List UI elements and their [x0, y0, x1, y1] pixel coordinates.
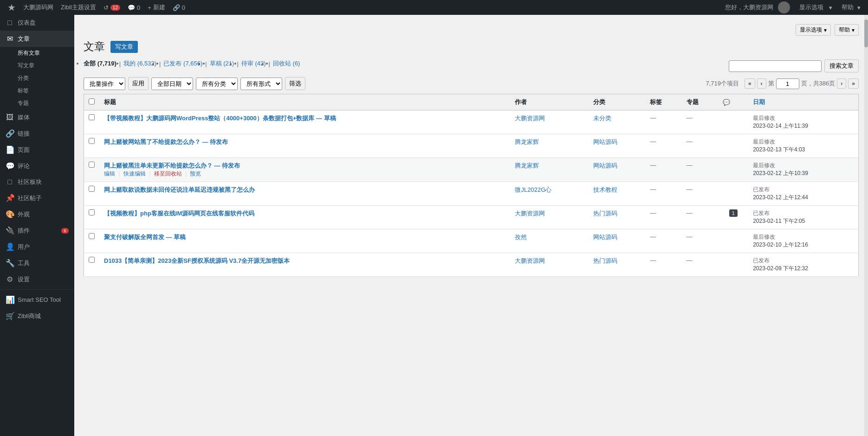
author-link[interactable]: 大鹏资源网 [515, 115, 545, 122]
post-title-link[interactable]: 【视频教程】php客服在线IM源码网页在线客服软件代码 [104, 210, 254, 217]
preview-link[interactable]: 预览 [190, 170, 201, 177]
col-tags-header[interactable]: 标签 [645, 94, 681, 111]
display-options-button[interactable]: 显示选项 ▾ [796, 24, 831, 36]
page-next-button[interactable]: › [837, 78, 846, 89]
sidebar-item-media[interactable]: 🖼 媒体 [0, 110, 74, 125]
category-link[interactable]: 网站源码 [593, 162, 617, 169]
category-link[interactable]: 网站源码 [593, 138, 617, 145]
apply-button[interactable]: 应用 [128, 77, 149, 90]
post-title-link[interactable]: 网上赌被黑注单未更新不给提款怎么办？ — 待发布 [104, 162, 240, 169]
sidebar-item-seo-tool[interactable]: 📊 Smart SEO Tool [0, 292, 74, 308]
updates-link[interactable]: ↺ 12 [100, 0, 124, 15]
help-btn[interactable]: 帮助 [842, 3, 854, 12]
date-value: 2023-02-10 上午12:16 [753, 241, 808, 248]
wp-logo-icon[interactable]: ★ [4, 2, 19, 13]
write-post-button[interactable]: 写文章 [110, 41, 138, 53]
col-topics-header[interactable]: 专题 [682, 94, 718, 111]
tab-published[interactable]: 已发布 (7,656) [163, 59, 202, 68]
date-filter-select[interactable]: 全部日期 [151, 78, 193, 90]
author-link[interactable]: 大鹏资源网 [515, 210, 545, 217]
category-link[interactable]: 未分类 [593, 115, 611, 122]
search-button[interactable]: 搜索文章 [824, 59, 859, 72]
comment-count[interactable]: 1 [729, 209, 738, 217]
page-prev-button[interactable]: ‹ [757, 78, 766, 89]
row-checkbox[interactable] [89, 257, 95, 263]
category-link[interactable]: 网站源码 [593, 234, 617, 241]
post-title-link[interactable]: D1033【简单亲测】2023全新SF授权系统源码 V3.7全开源无加密版本 [104, 257, 290, 264]
page-input[interactable] [776, 78, 799, 89]
row-checkbox[interactable] [89, 114, 95, 120]
format-filter-select[interactable]: 所有形式 [240, 78, 282, 90]
sidebar-item-appearance[interactable]: 🎨 外观 [0, 206, 74, 222]
sidebar-item-links[interactable]: 🔗 链接 [0, 125, 74, 142]
new-content-link[interactable]: + 新建 [144, 0, 169, 15]
row-checkbox-cell [84, 182, 100, 206]
category-filter-select[interactable]: 所有分类 [196, 78, 238, 90]
row-checkbox[interactable] [89, 162, 95, 168]
sidebar-item-posts[interactable]: ✉ 文章 [0, 31, 74, 47]
col-comments-header[interactable]: 💬 [718, 94, 748, 111]
sidebar-item-pages[interactable]: 📄 页面 [0, 142, 74, 158]
sidebar-item-tools[interactable]: 🔧 工具 [0, 255, 74, 271]
sidebar-subitem-all-posts[interactable]: 所有文章 [0, 47, 74, 59]
bulk-action-select[interactable]: 批量操作 [84, 78, 125, 90]
scrollbar-thumb[interactable] [864, 20, 868, 47]
row-checkbox[interactable] [89, 233, 95, 239]
col-date-header[interactable]: 日期 [748, 94, 858, 111]
table-header-row: 标题 作者 分类 标签 专题 💬 日期 [84, 94, 859, 111]
scrollbar-track[interactable] [864, 15, 868, 436]
author-link[interactable]: 孜然 [515, 234, 527, 241]
sidebar-label-links: 链接 [18, 130, 69, 138]
posts-list: 【带视频教程】大鹏源码网WordPress整站（4000+3000）条数据打包+… [84, 111, 859, 277]
comments-link[interactable]: 💬 0 [124, 0, 144, 15]
author-link[interactable]: 微JL2022G心 [515, 186, 551, 193]
quick-edit-link[interactable]: 快速编辑 [123, 170, 146, 177]
select-all-checkbox[interactable] [89, 98, 95, 104]
edit-link[interactable]: 编辑 [104, 170, 115, 177]
post-title-link[interactable]: 聚支付破解版全网首发 — 草稿 [104, 234, 186, 241]
sidebar-item-settings[interactable]: ⚙ 设置 [0, 271, 74, 287]
trash-link[interactable]: 移至回收站 [154, 170, 182, 177]
tab-trash[interactable]: 回收站 (6) [273, 59, 300, 68]
sidebar-subitem-categories[interactable]: 分类 [0, 72, 74, 85]
post-title-link[interactable]: 【带视频教程】大鹏源码网WordPress整站（4000+3000）条数据打包+… [104, 115, 336, 122]
community-posts-icon: 📌 [6, 194, 14, 202]
avatar[interactable] [778, 1, 790, 13]
page-first-button[interactable]: « [745, 78, 755, 89]
menu-separator [0, 289, 74, 290]
author-link[interactable]: 腾龙家辉 [515, 162, 539, 169]
row-checkbox[interactable] [89, 209, 95, 215]
filter-button[interactable]: 筛选 [285, 77, 305, 90]
sidebar-item-comments[interactable]: 💬 评论 [0, 158, 74, 174]
post-title-link[interactable]: 网上赌被网站黑了不给提款怎么办？ — 待发布 [104, 138, 228, 145]
author-link[interactable]: 腾龙家辉 [515, 138, 539, 145]
site-name[interactable]: 大鹏源码网 [19, 0, 57, 15]
sidebar-subitem-write-post[interactable]: 写文章 [0, 59, 74, 72]
sidebar-item-users[interactable]: 👤 用户 [0, 239, 74, 255]
col-categories-header[interactable]: 分类 [589, 94, 646, 111]
row-checkbox[interactable] [89, 138, 95, 144]
category-link[interactable]: 热门源码 [593, 210, 617, 217]
page-last-button[interactable]: » [848, 78, 859, 89]
category-link[interactable]: 热门源码 [593, 257, 617, 264]
sidebar-item-plugins[interactable]: 🔌 插件 6 [0, 222, 74, 239]
post-title-link[interactable]: 网上赌取款说数据未回传还说注单延迟违规被黑了怎么办 [104, 186, 255, 193]
row-comments-cell [718, 253, 748, 277]
sidebar-item-community-posts[interactable]: 📌 社区帖子 [0, 190, 74, 206]
search-input[interactable] [729, 60, 822, 72]
row-checkbox[interactable] [89, 186, 95, 192]
category-link[interactable]: 技术教程 [593, 186, 617, 193]
author-link[interactable]: 大鹏资源网 [515, 257, 545, 264]
help-button[interactable]: 帮助 ▾ [835, 24, 859, 36]
sidebar-subitem-tags[interactable]: 标签 [0, 85, 74, 97]
sidebar-item-dashboard[interactable]: □ 仪表盘 [0, 15, 74, 31]
page-header: 文章 写文章 [84, 39, 859, 54]
col-title-header[interactable]: 标题 [99, 94, 510, 111]
links-link[interactable]: 🔗 0 [169, 0, 189, 15]
sidebar-subitem-topics[interactable]: 专题 [0, 97, 74, 110]
display-options-btn[interactable]: 显示选项 [799, 3, 823, 12]
theme-settings-link[interactable]: Zibll主题设置 [57, 0, 100, 15]
sidebar-item-community-block[interactable]: □ 社区板块 [0, 174, 74, 190]
col-author-header[interactable]: 作者 [510, 94, 588, 111]
sidebar-item-zibll-shop[interactable]: 🛒 Zibll商城 [0, 308, 74, 324]
